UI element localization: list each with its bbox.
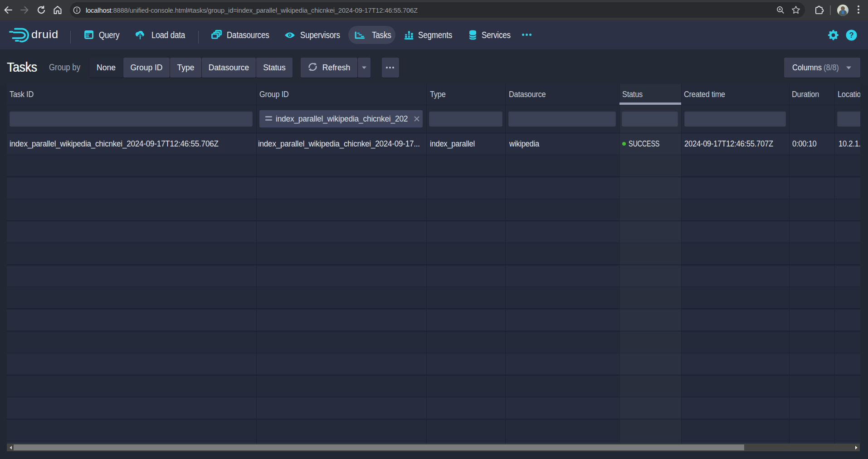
svg-text:?: ? bbox=[849, 31, 853, 39]
